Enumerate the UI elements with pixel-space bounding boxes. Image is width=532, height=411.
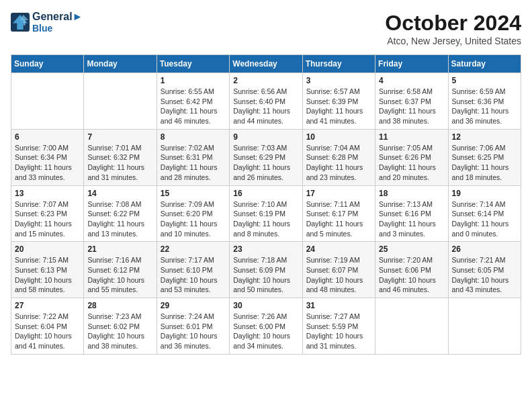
day-number: 25 [379,244,444,254]
calendar-day-cell: 23Sunrise: 7:18 AM Sunset: 6:09 PM Dayli… [230,242,302,298]
calendar-table: Sunday Monday Tuesday Wednesday Thursday… [11,54,521,355]
day-info: Sunrise: 7:06 AM Sunset: 6:25 PM Dayligh… [452,143,517,183]
day-info: Sunrise: 7:02 AM Sunset: 6:31 PM Dayligh… [161,143,226,183]
calendar-day-cell: 13Sunrise: 7:07 AM Sunset: 6:23 PM Dayli… [11,185,84,242]
day-number: 24 [306,244,371,254]
day-info: Sunrise: 7:14 AM Sunset: 6:14 PM Dayligh… [452,199,517,239]
day-number: 10 [306,132,371,142]
day-info: Sunrise: 7:08 AM Sunset: 6:22 PM Dayligh… [87,199,152,239]
col-sunday: Sunday [11,55,84,73]
day-info: Sunrise: 6:56 AM Sunset: 6:40 PM Dayligh… [233,87,298,126]
day-number: 20 [15,244,80,254]
logo: General► Blue [11,11,83,34]
day-info: Sunrise: 7:19 AM Sunset: 6:07 PM Dayligh… [306,255,371,295]
day-number: 28 [87,301,152,310]
calendar-day-cell: 10Sunrise: 7:04 AM Sunset: 6:28 PM Dayli… [302,129,375,185]
calendar-day-cell [11,73,84,130]
day-info: Sunrise: 6:59 AM Sunset: 6:36 PM Dayligh… [452,87,517,126]
day-info: Sunrise: 7:23 AM Sunset: 6:02 PM Dayligh… [87,312,152,351]
calendar-day-cell: 16Sunrise: 7:10 AM Sunset: 6:19 PM Dayli… [230,185,302,242]
day-number: 29 [161,301,226,310]
day-number: 27 [15,301,80,310]
calendar-week-row: 27Sunrise: 7:22 AM Sunset: 6:04 PM Dayli… [11,298,521,355]
calendar-day-cell: 8Sunrise: 7:02 AM Sunset: 6:31 PM Daylig… [157,129,229,185]
calendar-day-cell: 11Sunrise: 7:05 AM Sunset: 6:26 PM Dayli… [375,129,448,185]
day-info: Sunrise: 7:09 AM Sunset: 6:20 PM Dayligh… [161,199,226,239]
calendar-day-cell: 18Sunrise: 7:13 AM Sunset: 6:16 PM Dayli… [375,185,448,242]
calendar-subtitle: Atco, New Jersey, United States [385,36,521,46]
calendar-day-cell: 9Sunrise: 7:03 AM Sunset: 6:29 PM Daylig… [230,129,302,185]
day-info: Sunrise: 6:55 AM Sunset: 6:42 PM Dayligh… [161,87,226,126]
col-friday: Friday [375,55,448,73]
day-number: 23 [233,244,298,254]
day-info: Sunrise: 7:24 AM Sunset: 6:01 PM Dayligh… [161,312,226,351]
day-info: Sunrise: 6:57 AM Sunset: 6:39 PM Dayligh… [306,87,371,126]
day-info: Sunrise: 7:10 AM Sunset: 6:19 PM Dayligh… [233,199,298,239]
day-number: 22 [161,244,226,254]
day-info: Sunrise: 7:17 AM Sunset: 6:10 PM Dayligh… [161,255,226,295]
day-info: Sunrise: 7:11 AM Sunset: 6:17 PM Dayligh… [306,199,371,239]
day-number: 8 [161,132,226,142]
day-number: 16 [233,189,298,198]
title-area: October 2024 Atco, New Jersey, United St… [385,11,521,46]
day-info: Sunrise: 7:20 AM Sunset: 6:06 PM Dayligh… [379,255,444,295]
calendar-day-cell: 20Sunrise: 7:15 AM Sunset: 6:13 PM Dayli… [11,242,84,298]
day-info: Sunrise: 7:26 AM Sunset: 6:00 PM Dayligh… [233,312,298,351]
day-number: 4 [379,76,444,85]
day-number: 2 [233,76,298,85]
day-info: Sunrise: 7:13 AM Sunset: 6:16 PM Dayligh… [379,199,444,239]
calendar-day-cell [375,298,448,355]
logo-icon [11,13,30,32]
day-number: 5 [452,76,517,85]
col-thursday: Thursday [302,55,375,73]
calendar-day-cell: 27Sunrise: 7:22 AM Sunset: 6:04 PM Dayli… [11,298,84,355]
calendar-day-cell: 26Sunrise: 7:21 AM Sunset: 6:05 PM Dayli… [448,242,521,298]
calendar-day-cell: 15Sunrise: 7:09 AM Sunset: 6:20 PM Dayli… [157,185,229,242]
day-info: Sunrise: 7:18 AM Sunset: 6:09 PM Dayligh… [233,255,298,295]
day-info: Sunrise: 7:15 AM Sunset: 6:13 PM Dayligh… [15,255,80,295]
day-info: Sunrise: 7:05 AM Sunset: 6:26 PM Dayligh… [379,143,444,183]
day-number: 31 [306,301,371,310]
calendar-day-cell: 2Sunrise: 6:56 AM Sunset: 6:40 PM Daylig… [230,73,302,130]
day-number: 30 [233,301,298,310]
calendar-week-row: 20Sunrise: 7:15 AM Sunset: 6:13 PM Dayli… [11,242,521,298]
calendar-day-cell: 6Sunrise: 7:00 AM Sunset: 6:34 PM Daylig… [11,129,84,185]
day-info: Sunrise: 6:58 AM Sunset: 6:37 PM Dayligh… [379,87,444,126]
day-number: 7 [87,132,152,142]
day-number: 21 [87,244,152,254]
day-number: 18 [379,189,444,198]
calendar-day-cell: 7Sunrise: 7:01 AM Sunset: 6:32 PM Daylig… [84,129,157,185]
calendar-title: October 2024 [385,11,521,36]
col-wednesday: Wednesday [230,55,302,73]
calendar-week-row: 13Sunrise: 7:07 AM Sunset: 6:23 PM Dayli… [11,185,521,242]
day-info: Sunrise: 7:04 AM Sunset: 6:28 PM Dayligh… [306,143,371,183]
calendar-week-row: 6Sunrise: 7:00 AM Sunset: 6:34 PM Daylig… [11,129,521,185]
calendar-day-cell: 19Sunrise: 7:14 AM Sunset: 6:14 PM Dayli… [448,185,521,242]
day-info: Sunrise: 7:27 AM Sunset: 5:59 PM Dayligh… [306,312,371,351]
calendar-day-cell: 1Sunrise: 6:55 AM Sunset: 6:42 PM Daylig… [157,73,229,130]
calendar-day-cell: 30Sunrise: 7:26 AM Sunset: 6:00 PM Dayli… [230,298,302,355]
day-info: Sunrise: 7:00 AM Sunset: 6:34 PM Dayligh… [15,143,80,183]
day-number: 15 [161,189,226,198]
calendar-day-cell: 25Sunrise: 7:20 AM Sunset: 6:06 PM Dayli… [375,242,448,298]
calendar-week-row: 1Sunrise: 6:55 AM Sunset: 6:42 PM Daylig… [11,73,521,130]
day-number: 13 [15,189,80,198]
page-header: General► Blue October 2024 Atco, New Jer… [11,11,521,46]
day-info: Sunrise: 7:07 AM Sunset: 6:23 PM Dayligh… [15,199,80,239]
calendar-day-cell: 14Sunrise: 7:08 AM Sunset: 6:22 PM Dayli… [84,185,157,242]
calendar-day-cell: 3Sunrise: 6:57 AM Sunset: 6:39 PM Daylig… [302,73,375,130]
logo-text: General► Blue [32,11,83,34]
col-saturday: Saturday [448,55,521,73]
col-tuesday: Tuesday [157,55,229,73]
calendar-day-cell: 29Sunrise: 7:24 AM Sunset: 6:01 PM Dayli… [157,298,229,355]
calendar-day-cell: 24Sunrise: 7:19 AM Sunset: 6:07 PM Dayli… [302,242,375,298]
day-info: Sunrise: 7:03 AM Sunset: 6:29 PM Dayligh… [233,143,298,183]
day-number: 19 [452,189,517,198]
calendar-day-cell: 21Sunrise: 7:16 AM Sunset: 6:12 PM Dayli… [84,242,157,298]
calendar-day-cell: 12Sunrise: 7:06 AM Sunset: 6:25 PM Dayli… [448,129,521,185]
calendar-day-cell [84,73,157,130]
day-info: Sunrise: 7:01 AM Sunset: 6:32 PM Dayligh… [87,143,152,183]
day-number: 11 [379,132,444,142]
day-number: 14 [87,189,152,198]
day-number: 9 [233,132,298,142]
